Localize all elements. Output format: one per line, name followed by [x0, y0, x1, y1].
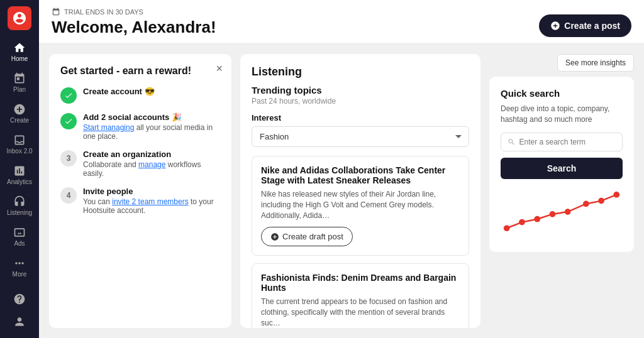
step-2-title: Add 2 social accounts 🎉	[83, 112, 220, 122]
search-input-wrap	[501, 133, 623, 151]
trending-subtitle: Past 24 hours, worldwide	[252, 97, 469, 106]
sidebar-item-ads-label: Ads	[14, 240, 25, 247]
create-post-button[interactable]: Create a post	[539, 14, 631, 37]
content-area: Get started - earn a reward! × Create ac…	[39, 44, 644, 338]
step-4-desc: You can invite 2 team members to your Ho…	[83, 197, 220, 215]
sidebar-bottom	[3, 289, 36, 332]
sidebar-item-analytics-label: Analytics	[7, 178, 32, 185]
get-started-title: Get started - earn a reward!	[60, 65, 220, 77]
see-more-label: See more insights	[565, 58, 626, 67]
help-icon	[13, 293, 26, 305]
step-item-4: 4 Invite people You can invite 2 team me…	[60, 187, 220, 215]
search-input[interactable]	[519, 138, 616, 146]
step-2-content: Add 2 social accounts 🎉 Start managing a…	[83, 112, 220, 141]
close-get-started-button[interactable]: ×	[216, 63, 223, 74]
sidebar-item-listening[interactable]: Listening	[3, 192, 36, 220]
see-more-row: See more insights	[489, 54, 634, 72]
plan-icon	[13, 72, 26, 85]
home-icon	[13, 41, 26, 54]
sidebar-item-profile[interactable]	[3, 312, 36, 332]
trending-topics-title: Trending topics	[252, 85, 469, 95]
topic-1-desc: Nike has released new styles of their Ai…	[261, 189, 460, 221]
step-3-number: 3	[67, 154, 71, 163]
more-icon	[13, 257, 26, 270]
draft-btn-1-label: Create draft post	[282, 232, 343, 241]
main-content: TRIAL ENDS IN 30 DAYS Welcome, Alexandra…	[39, 0, 644, 338]
step-3-icon: 3	[60, 150, 77, 166]
svg-point-4	[565, 209, 571, 215]
step-item-2: Add 2 social accounts 🎉 Start managing a…	[60, 112, 220, 141]
step-4-content: Invite people You can invite 2 team memb…	[83, 187, 220, 215]
interest-label: Interest	[252, 113, 469, 123]
topic-2-desc: The current trend appears to be focused …	[261, 297, 460, 328]
header-left: TRIAL ENDS IN 30 DAYS Welcome, Alexandra…	[52, 8, 216, 37]
svg-point-5	[583, 200, 589, 207]
start-managing-link[interactable]: Start managing	[83, 123, 134, 132]
create-draft-1-button[interactable]: Create draft post	[261, 227, 353, 246]
manage-link[interactable]: manage	[138, 160, 165, 169]
step-1-content: Create account 😎	[83, 87, 155, 96]
create-post-label: Create a post	[564, 21, 620, 31]
sidebar-item-listening-label: Listening	[7, 209, 32, 216]
trend-chart	[501, 188, 623, 238]
step-3-desc: Collaborate and manage workflows easily.	[83, 160, 220, 178]
sidebar-item-inbox[interactable]: Inbox 2.0	[3, 130, 36, 158]
step-3-content: Create an organization Collaborate and m…	[83, 150, 220, 178]
interest-select[interactable]: Fashion Technology Sports Entertainment	[252, 126, 469, 147]
plus-circle-icon	[550, 21, 560, 31]
listening-icon	[13, 195, 26, 208]
step-item-3: 3 Create an organization Collaborate and…	[60, 150, 220, 178]
quick-search-panel: Quick search Deep dive into a topic, com…	[489, 77, 634, 252]
step-3-desc-prefix: Collaborate and	[83, 160, 138, 169]
svg-point-0	[504, 225, 510, 231]
header: TRIAL ENDS IN 30 DAYS Welcome, Alexandra…	[39, 0, 644, 44]
ads-icon	[13, 226, 26, 239]
quick-search-desc: Deep dive into a topic, company, hashtag…	[501, 104, 623, 125]
step-4-title: Invite people	[83, 187, 220, 196]
topic-1-title: Nike and Adidas Collaborations Take Cent…	[261, 165, 460, 185]
analytics-icon	[13, 165, 26, 177]
right-area: See more insights Quick search Deep dive…	[489, 54, 634, 328]
sidebar-item-home-label: Home	[11, 55, 28, 62]
svg-point-1	[519, 219, 525, 225]
listening-title: Listening	[252, 65, 469, 79]
sidebar-item-home[interactable]: Home	[3, 38, 36, 66]
search-button[interactable]: Search	[501, 158, 623, 179]
quick-search-title: Quick search	[501, 88, 623, 99]
step-1-title: Create account 😎	[83, 87, 155, 96]
welcome-title: Welcome, Alexandra!	[52, 18, 216, 37]
sidebar: Home Plan Create Inbox 2.0 Analytics Lis…	[0, 0, 39, 338]
checkmark-icon	[64, 91, 73, 100]
checkmark-icon-2	[64, 117, 73, 126]
search-btn-label: Search	[547, 163, 577, 173]
sidebar-item-create-label: Create	[10, 117, 29, 124]
svg-point-6	[598, 197, 604, 204]
sidebar-item-help[interactable]	[3, 289, 36, 309]
step-4-icon: 4	[60, 187, 77, 204]
sidebar-item-more[interactable]: More	[3, 253, 36, 281]
sidebar-item-create[interactable]: Create	[3, 99, 36, 128]
sidebar-item-more-label: More	[13, 271, 27, 278]
search-icon	[508, 138, 516, 146]
invite-link[interactable]: invite 2 team members	[112, 197, 188, 206]
topic-card-1: Nike and Adidas Collaborations Take Cent…	[252, 156, 469, 256]
sidebar-item-analytics[interactable]: Analytics	[3, 161, 36, 189]
create-icon	[13, 103, 26, 116]
svg-point-3	[550, 211, 556, 217]
trial-badge: TRIAL ENDS IN 30 DAYS	[52, 8, 216, 16]
app-logo	[8, 6, 31, 30]
sidebar-item-plan-label: Plan	[13, 86, 26, 93]
sidebar-item-ads[interactable]: Ads	[3, 222, 36, 251]
listening-panel: Listening Trending topics Past 24 hours,…	[240, 54, 480, 328]
see-more-insights-button[interactable]: See more insights	[557, 54, 634, 72]
inbox-icon	[13, 134, 26, 146]
step-4-desc-prefix: You can	[83, 197, 112, 206]
svg-point-7	[613, 192, 619, 198]
svg-point-2	[534, 215, 540, 222]
topic-card-2: Fashionista Finds: Denim Dreams and Barg…	[252, 263, 469, 328]
profile-icon	[13, 315, 26, 328]
sidebar-item-inbox-label: Inbox 2.0	[6, 148, 32, 155]
sidebar-item-plan[interactable]: Plan	[3, 68, 36, 97]
step-3-title: Create an organization	[83, 150, 220, 159]
hootsuite-logo-icon	[12, 11, 27, 26]
